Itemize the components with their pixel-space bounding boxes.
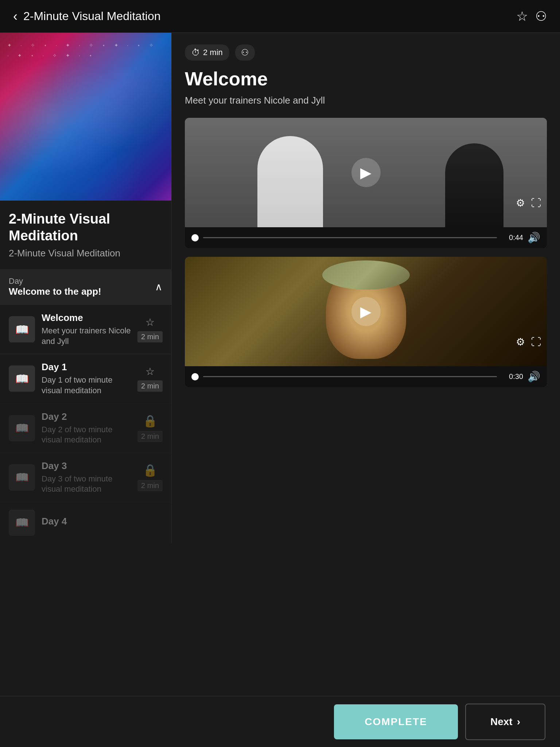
lock-icon-day2: 🔒 (143, 414, 158, 428)
lesson-desc-day3: Day 3 of two minute visual meditation (42, 474, 131, 495)
next-arrow-icon: › (517, 716, 520, 728)
lesson-item-day4: 📖 Day 4 (0, 502, 171, 543)
lesson-item-day1[interactable]: 📖 Day 1 Day 1 of two minute visual medit… (0, 354, 171, 403)
settings-icon-2[interactable]: ⚙ (516, 336, 525, 348)
day-section: Day Welcome to the app! ∧ 📖 Welcome Meet… (0, 269, 171, 543)
volume-icon-2[interactable]: 🔊 (528, 371, 540, 383)
lesson-thumbnail-day3: 📖 (9, 464, 35, 491)
course-title-section: 2-Minute Visual Meditation 2-Minute Visu… (0, 201, 171, 266)
lesson-name-day3: Day 3 (42, 460, 131, 472)
course-subtitle: 2-Minute Visual Meditation (9, 248, 163, 259)
next-label: Next (490, 716, 513, 728)
lesson-thumbnail-day2: 📖 (9, 415, 35, 441)
progress-dot-1 (191, 234, 199, 241)
play-button-2[interactable]: ▶ (351, 297, 381, 326)
fullscreen-icon-2[interactable]: ⛶ (531, 336, 541, 348)
video-controls-2: 0:30 🔊 (185, 366, 547, 387)
complete-button[interactable]: COMPLETE (334, 704, 458, 739)
progress-dot-2 (191, 373, 199, 380)
video-player-1[interactable]: ▶ ⚙ ⛶ 0:44 🔊 (185, 118, 547, 248)
fullscreen-icon-1[interactable]: ⛶ (531, 197, 541, 209)
content-title: Welcome (185, 68, 547, 90)
day-label: Day (9, 276, 101, 286)
bottom-bar: COMPLETE Next › (0, 696, 560, 747)
lesson-thumbnail-welcome: 📖 (9, 316, 35, 342)
header-title: 2-Minute Visual Meditation (23, 9, 161, 23)
lesson-right-day2: 🔒 2 min (137, 414, 163, 442)
content-duration: 2 min (203, 48, 223, 57)
lesson-duration-day3: 2 min (137, 480, 163, 491)
lesson-right-welcome: ☆ 2 min (137, 316, 163, 342)
lesson-info-day3: Day 3 Day 3 of two minute visual meditat… (35, 460, 137, 495)
star-icon-welcome[interactable]: ☆ (145, 316, 155, 328)
play-button-1[interactable]: ▶ (351, 158, 381, 187)
course-title: 2-Minute Visual Meditation (9, 211, 163, 244)
video-thumbnail-1: ▶ ⚙ ⛶ (185, 118, 547, 227)
next-button[interactable]: Next › (465, 704, 545, 740)
video-time-2: 0:30 (501, 372, 523, 381)
lesson-info-day1: Day 1 Day 1 of two minute visual meditat… (35, 361, 137, 396)
favorite-icon[interactable]: ☆ (516, 9, 528, 24)
link-badge[interactable]: ⚇ (235, 44, 255, 61)
video-overlay-controls-2: ⚙ ⛶ (516, 336, 541, 348)
right-panel: ⏱ 2 min ⚇ Welcome Meet your trainers Nic… (171, 33, 560, 543)
video-overlay-controls-1: ⚙ ⛶ (516, 197, 541, 209)
link-icon[interactable]: ⚇ (535, 9, 547, 24)
day-title: Welcome to the app! (9, 286, 101, 297)
lesson-name-day2: Day 2 (42, 411, 131, 422)
back-button[interactable]: ‹ (13, 9, 18, 24)
lesson-duration-day2: 2 min (137, 431, 163, 442)
lesson-name-welcome: Welcome (42, 312, 131, 324)
lesson-desc-day2: Day 2 of two minute visual meditation (42, 425, 131, 445)
star-icon-day1[interactable]: ☆ (145, 365, 155, 378)
lesson-duration-welcome: 2 min (137, 331, 163, 342)
main-layout: 2-Minute Visual Meditation 2-Minute Visu… (0, 33, 560, 543)
duration-badge: ⏱ 2 min (185, 44, 229, 61)
progress-bar-1[interactable] (203, 237, 497, 238)
lock-icon-day3: 🔒 (143, 463, 158, 477)
volume-icon-1[interactable]: 🔊 (528, 232, 540, 244)
lesson-duration-day1: 2 min (137, 380, 163, 392)
header-actions: ☆ ⚇ (516, 9, 547, 24)
lesson-desc-day1: Day 1 of two minute visual meditation (42, 375, 131, 396)
clock-icon: ⏱ (191, 47, 200, 58)
header: ‹ 2-Minute Visual Meditation ☆ ⚇ (0, 0, 560, 33)
lesson-thumbnail-day4: 📖 (9, 510, 35, 536)
lesson-item-day2: 📖 Day 2 Day 2 of two minute visual medit… (0, 403, 171, 453)
lesson-desc-welcome: Meet your trainers Nicole and Jyll (42, 326, 131, 347)
video-controls-1: 0:44 🔊 (185, 227, 547, 248)
lesson-name-day1: Day 1 (42, 361, 131, 373)
video-time-1: 0:44 (501, 233, 523, 242)
lesson-name-day4: Day 4 (42, 516, 156, 527)
video-player-2[interactable]: ▶ ⚙ ⛶ 0:30 🔊 (185, 257, 547, 387)
day-header-text: Day Welcome to the app! (9, 276, 101, 297)
lesson-item-day3: 📖 Day 3 Day 3 of two minute visual medit… (0, 453, 171, 502)
lesson-right-day1: ☆ 2 min (137, 365, 163, 392)
header-left: ‹ 2-Minute Visual Meditation (13, 9, 161, 24)
content-meta: ⏱ 2 min ⚇ (185, 44, 547, 61)
lesson-info-welcome: Welcome Meet your trainers Nicole and Jy… (35, 312, 137, 347)
chevron-up-icon: ∧ (155, 281, 163, 293)
lesson-right-day3: 🔒 2 min (137, 463, 163, 491)
progress-bar-2[interactable] (203, 376, 497, 377)
lesson-info-day4: Day 4 (35, 516, 163, 529)
day-header[interactable]: Day Welcome to the app! ∧ (0, 269, 171, 305)
lesson-thumbnail-day1: 📖 (9, 365, 35, 392)
content-description: Meet your trainers Nicole and Jyll (185, 95, 547, 106)
lesson-item-welcome[interactable]: 📖 Welcome Meet your trainers Nicole and … (0, 305, 171, 354)
lesson-info-day2: Day 2 Day 2 of two minute visual meditat… (35, 411, 137, 445)
left-panel: 2-Minute Visual Meditation 2-Minute Visu… (0, 33, 171, 543)
settings-icon-1[interactable]: ⚙ (516, 197, 525, 209)
video-thumbnail-2: ▶ ⚙ ⛶ (185, 257, 547, 366)
lesson-list: 📖 Welcome Meet your trainers Nicole and … (0, 305, 171, 543)
course-hero-image (0, 33, 171, 201)
